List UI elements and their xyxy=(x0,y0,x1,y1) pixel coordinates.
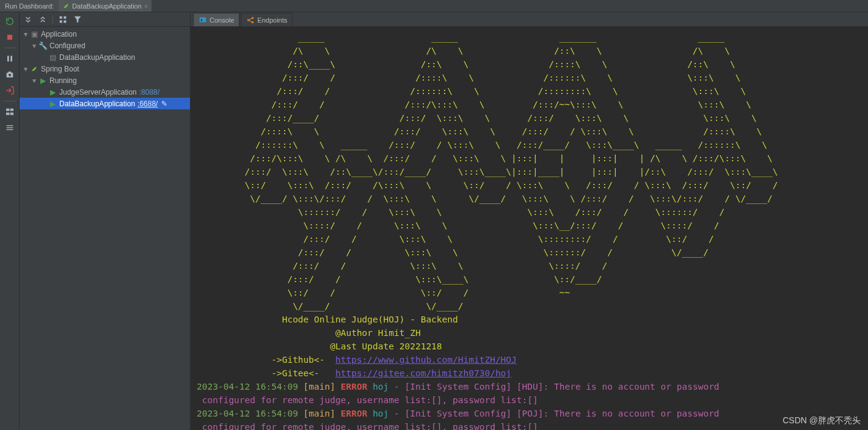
pause-icon[interactable] xyxy=(4,53,16,64)
folder-icon: ▣ xyxy=(29,30,39,38)
svg-point-3 xyxy=(9,74,11,76)
settings-icon[interactable] xyxy=(4,122,16,133)
tree-run-config-item[interactable]: ▶DataBackupApplication:6688/✎ xyxy=(20,98,190,109)
camera-icon[interactable] xyxy=(4,69,16,80)
run-dashboard-label: Run Dashboard: xyxy=(0,0,59,12)
tree-label: DataBackupApplication xyxy=(59,100,135,108)
svg-rect-0 xyxy=(7,35,12,40)
log-line-cont: configured for remote judge, username li… xyxy=(197,393,862,407)
left-gutter xyxy=(0,12,20,430)
banner-github: ->Github<- https://www.github.com/HimitZ… xyxy=(197,353,862,366)
divider-2 xyxy=(4,101,16,101)
group-icon[interactable] xyxy=(58,15,68,24)
svg-rect-1 xyxy=(7,56,9,61)
tree-label: Application xyxy=(41,30,77,38)
tree-label: Spring Boot xyxy=(41,65,79,73)
svg-rect-5 xyxy=(6,109,9,111)
pencil-icon[interactable]: ✎ xyxy=(161,100,167,108)
run-config-tab-label: DataBackupApplication xyxy=(72,2,142,10)
svg-rect-13 xyxy=(64,16,66,18)
tree-node-configured-child[interactable]: ▤ DataBackupApplication xyxy=(20,51,190,63)
play-icon: ▶ xyxy=(48,100,57,108)
gitee-label: ->Gitee<- xyxy=(197,368,335,378)
console-icon xyxy=(199,16,207,24)
svg-rect-10 xyxy=(6,127,13,128)
spring-leaf-icon xyxy=(62,2,70,10)
tab-console[interactable]: Console xyxy=(193,13,239,26)
log-line: 2023-04-12 16:54:09 [main] ERROR hoj - [… xyxy=(197,407,862,420)
tab-endpoints[interactable]: Endpoints xyxy=(241,13,293,26)
tree-toolbar xyxy=(20,12,190,27)
endpoints-icon xyxy=(246,16,255,24)
svg-rect-14 xyxy=(60,20,62,23)
github-link[interactable]: https://www.github.com/HimitZH/HOJ xyxy=(335,355,517,365)
tab-label: Endpoints xyxy=(257,16,287,24)
tree-node-application[interactable]: ▾ ▣ Application xyxy=(20,28,190,40)
stop-icon[interactable] xyxy=(4,32,16,43)
svg-rect-7 xyxy=(6,112,9,115)
file-icon: ▤ xyxy=(48,53,57,62)
banner-title: Hcode Online Judge(HOJ) - Backend xyxy=(197,313,862,326)
wrench-icon: 🔧 xyxy=(38,42,48,50)
svg-rect-17 xyxy=(200,17,206,22)
tree-node-configured[interactable]: ▾ 🔧 Configured xyxy=(20,40,190,51)
log-line: 2023-04-12 16:54:09 [main] ERROR hoj - [… xyxy=(197,380,862,393)
chevron-down-icon[interactable]: ▾ xyxy=(31,42,38,50)
filter-icon[interactable] xyxy=(73,15,82,24)
gitee-link[interactable]: https://gitee.com/himitzh0730/hoj xyxy=(335,368,511,378)
svg-rect-11 xyxy=(6,129,13,130)
close-icon[interactable]: × xyxy=(144,2,148,10)
svg-marker-16 xyxy=(75,16,81,23)
svg-rect-15 xyxy=(64,20,66,23)
svg-rect-9 xyxy=(6,125,13,126)
spring-leaf-icon xyxy=(29,65,39,73)
chevron-down-icon[interactable]: ▾ xyxy=(22,65,29,73)
tab-label: Console xyxy=(210,16,234,24)
tree-label: JudgeServerApplication xyxy=(59,88,137,97)
play-icon: ▶ xyxy=(48,88,57,97)
svg-rect-2 xyxy=(10,56,12,61)
tree-run-config-item[interactable]: ▶JudgeServerApplication:8088/ xyxy=(20,86,190,98)
log-line-cont: configured for remote judge, username li… xyxy=(197,420,862,430)
banner-author: @Author Himit_ZH xyxy=(197,326,862,340)
run-config-tree[interactable]: ▾ ▣ Application ▾ 🔧 Configured ▤ DataBac… xyxy=(20,27,190,109)
rerun-icon[interactable] xyxy=(4,16,16,27)
run-config-tab[interactable]: DataBackupApplication × xyxy=(59,0,151,12)
tree-node-running[interactable]: ▾ ▶ Running xyxy=(20,75,190,86)
watermark: CSDN @胖虎不秃头 xyxy=(782,415,861,426)
tree-node-spring-boot[interactable]: ▾ Spring Boot xyxy=(20,63,190,75)
svg-rect-12 xyxy=(60,16,62,18)
layout-icon[interactable] xyxy=(4,106,16,117)
exit-icon[interactable] xyxy=(4,85,16,96)
banner-update: @Last Update 20221218 xyxy=(197,340,862,353)
chevron-down-icon[interactable]: ▾ xyxy=(22,30,29,38)
collapse-all-icon[interactable] xyxy=(38,15,48,24)
svg-rect-8 xyxy=(10,112,13,115)
github-label: ->Github<- xyxy=(197,355,335,365)
play-icon: ▶ xyxy=(38,76,48,85)
ascii-banner: _____ _____ _______ _____ /\ \ /\ \ /::\… xyxy=(197,31,862,313)
banner-gitee: ->Gitee<- https://gitee.com/himitzh0730/… xyxy=(197,366,862,380)
tree-label: Running xyxy=(49,76,77,85)
port-link[interactable]: :8088/ xyxy=(139,88,159,97)
tree-label: DataBackupApplication xyxy=(59,53,135,62)
console-tab-bar: Console Endpoints xyxy=(191,12,868,27)
console-output[interactable]: _____ _____ _______ _____ /\ \ /\ \ /::\… xyxy=(191,27,868,430)
port-link[interactable]: :6688/ xyxy=(137,100,158,108)
tree-label: Configured xyxy=(49,42,86,50)
expand-all-icon[interactable] xyxy=(23,15,33,24)
chevron-down-icon[interactable]: ▾ xyxy=(31,76,38,85)
right-area: Console Endpoints _____ _____ _______ __… xyxy=(191,12,868,430)
top-tab-strip: Run Dashboard: DataBackupApplication × xyxy=(0,0,868,12)
svg-rect-6 xyxy=(10,109,13,111)
tree-panel: ▾ ▣ Application ▾ 🔧 Configured ▤ DataBac… xyxy=(20,12,191,430)
toolbar-sep xyxy=(53,15,53,24)
divider-1 xyxy=(4,48,16,48)
